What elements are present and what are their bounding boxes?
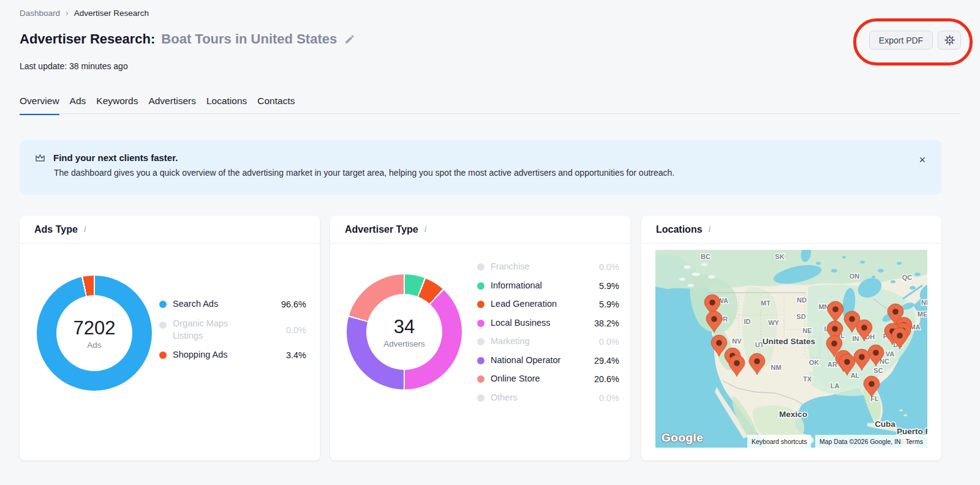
map-region-label: WY xyxy=(768,319,779,326)
tab-locations[interactable]: Locations xyxy=(206,96,247,115)
map-country-label: United States xyxy=(763,337,815,346)
map-region-label: SC xyxy=(873,367,883,374)
donut-center: 34 Advertisers xyxy=(366,294,442,370)
donut-center-label: Ads xyxy=(87,340,101,350)
ads-type-donut-chart[interactable]: 7202 Ads xyxy=(37,276,152,391)
gear-icon xyxy=(944,35,955,45)
legend-label: Informational xyxy=(491,280,542,292)
legend-percent: 5.9% xyxy=(599,281,619,291)
map-region-label: OK xyxy=(809,359,820,366)
donut-center: 7202 Ads xyxy=(56,295,132,371)
advertiser-type-donut-chart[interactable]: 34 Advertisers xyxy=(347,274,462,389)
map-region-label: TX xyxy=(803,375,812,383)
legend-percent: 3.4% xyxy=(286,350,306,360)
settings-gear-button[interactable] xyxy=(938,31,961,50)
map-region-label: MT xyxy=(761,299,771,307)
legend-row[interactable]: Marketing0.0% xyxy=(477,333,619,352)
info-icon[interactable]: i xyxy=(424,224,426,233)
tab-ads[interactable]: Ads xyxy=(70,96,86,115)
legend-dot xyxy=(477,301,484,308)
legend-row[interactable]: Franchise0.0% xyxy=(477,258,619,277)
legend-percent: 96.6% xyxy=(281,299,306,309)
map-region-label: ID xyxy=(744,318,751,325)
tab-keywords[interactable]: Keywords xyxy=(96,96,138,115)
legend-row[interactable]: Search Ads96.6% xyxy=(159,295,306,314)
legend-dot xyxy=(159,301,167,308)
map-region-label: ND xyxy=(797,296,807,304)
legend-row[interactable]: Informational5.9% xyxy=(477,277,619,296)
breadcrumb-chevron-icon: › xyxy=(66,8,69,18)
legend-dot xyxy=(477,282,484,290)
keyboard-shortcuts-link[interactable]: Keyboard shortcuts xyxy=(747,435,811,448)
legend-label: Others xyxy=(491,392,518,404)
legend-percent: 5.9% xyxy=(599,299,619,309)
legend-row[interactable]: Shopping Ads3.4% xyxy=(159,346,306,364)
export-pdf-button[interactable]: Export PDF xyxy=(869,31,933,50)
map-country-label: Mexico xyxy=(779,410,807,419)
tab-advertisers[interactable]: Advertisers xyxy=(148,96,196,115)
map-region-label: ON xyxy=(850,273,860,280)
legend-label: Shopping Ads xyxy=(173,349,228,361)
map-region-label: NB xyxy=(921,299,927,306)
map-region-label: IN xyxy=(853,335,859,342)
legend-dot xyxy=(477,263,484,271)
map-region-label: SK xyxy=(775,253,784,260)
legend-percent: 0.0% xyxy=(286,325,306,335)
banner-close-icon[interactable]: × xyxy=(919,154,925,165)
map-region-label: LA xyxy=(831,382,840,389)
breadcrumb-dashboard-link[interactable]: Dashboard xyxy=(20,9,60,18)
map-region-label: NV xyxy=(732,337,742,345)
banner-title: Find your next clients faster. xyxy=(53,152,178,163)
map-region-label: AL xyxy=(851,372,860,379)
map-terms-link[interactable]: Terms xyxy=(901,435,927,448)
tab-bar: OverviewAdsKeywordsAdvertisersLocationsC… xyxy=(20,96,295,115)
legend-percent: 0.0% xyxy=(599,262,619,272)
legend-percent: 0.0% xyxy=(599,337,619,347)
legend-row[interactable]: Online Store20.6% xyxy=(477,370,619,389)
card-locations: Locations i xyxy=(641,216,941,461)
legend-row[interactable]: Lead Generation5.9% xyxy=(477,295,619,314)
legend-dot xyxy=(477,394,484,402)
legend-row[interactable]: Organic Maps Listings0.0% xyxy=(159,318,306,342)
locations-map[interactable]: BCSKONQCNBMENSWAMTNDMNSDORIDWYNEIAILINOH… xyxy=(655,250,927,448)
card-title-ads-type: Ads Type xyxy=(34,224,78,235)
donut-center-value: 34 xyxy=(394,316,415,338)
info-icon[interactable]: i xyxy=(708,224,710,233)
legend-percent: 29.4% xyxy=(594,356,619,366)
legend-label: Lead Generation xyxy=(491,298,557,310)
map-region-label: BC xyxy=(701,253,710,260)
google-logo[interactable]: Google xyxy=(662,431,703,445)
map-country-label: Cuba xyxy=(875,419,895,429)
legend-dot xyxy=(477,338,484,345)
breadcrumb: Dashboard › Advertiser Research xyxy=(20,8,149,18)
donut-center-value: 7202 xyxy=(74,317,116,339)
crown-icon xyxy=(34,153,46,162)
legend-dot xyxy=(159,321,167,329)
legend-percent: 0.0% xyxy=(599,393,619,403)
edit-pencil-icon[interactable] xyxy=(344,34,355,45)
tabs-divider xyxy=(20,113,960,114)
map-region-label: QC xyxy=(902,274,913,281)
map-region-label: VA xyxy=(886,350,895,358)
map-region-label: ME xyxy=(918,310,927,318)
legend-label: Online Store xyxy=(491,373,540,385)
legend-row[interactable]: National Operator29.4% xyxy=(477,352,619,370)
legend-percent: 20.6% xyxy=(594,374,619,384)
last-update-text: Last update: 38 minutes ago xyxy=(20,61,128,71)
card-advertiser-type: Advertiser Type i 34 Advertisers Franchi… xyxy=(330,216,630,461)
legend-label: Franchise xyxy=(491,261,530,273)
donut-center-label: Advertisers xyxy=(383,339,425,348)
report-name: Boat Tours in United States xyxy=(161,31,337,47)
map-canvas[interactable]: BCSKONQCNBMENSWAMTNDMNSDORIDWYNEIAILINOH… xyxy=(655,250,927,448)
legend-label: National Operator xyxy=(491,355,560,367)
promo-banner: Find your next clients faster. The dashb… xyxy=(20,140,941,195)
tab-contacts[interactable]: Contacts xyxy=(257,96,295,115)
legend-label: Search Ads xyxy=(173,298,218,310)
card-title-advertiser-type: Advertiser Type xyxy=(345,224,418,235)
legend-dot xyxy=(477,320,484,327)
tab-overview[interactable]: Overview xyxy=(20,96,59,115)
page: Dashboard › Advertiser Research Advertis… xyxy=(0,0,980,485)
legend-row[interactable]: Others0.0% xyxy=(477,389,619,408)
info-icon[interactable]: i xyxy=(83,224,86,233)
legend-row[interactable]: Local Business38.2% xyxy=(477,314,619,333)
